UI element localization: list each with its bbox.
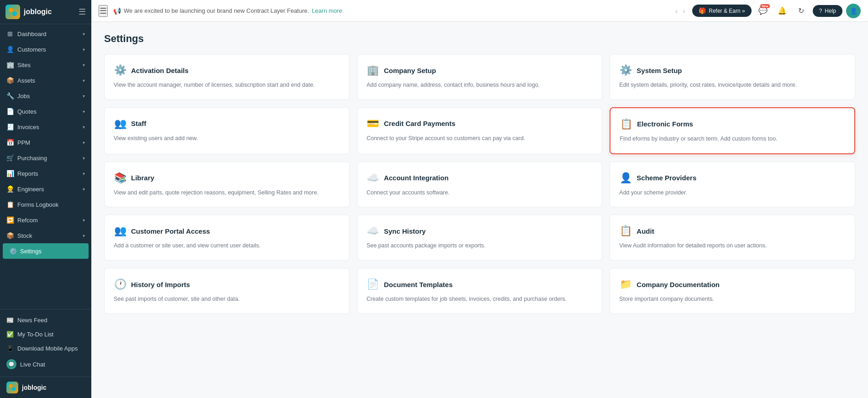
card-icon-document-templates: 📄 — [367, 278, 379, 290]
card-title-sync-history: Sync History — [384, 227, 426, 235]
bottom-icon-download-apps: 📱 — [6, 345, 14, 352]
chevron-icon: ▾ — [83, 63, 85, 68]
settings-card-sync-history[interactable]: ☁️ Sync History See past accounts packag… — [357, 215, 603, 261]
settings-card-system-setup[interactable]: ⚙️ System Setup Edit system details, pri… — [610, 54, 855, 100]
settings-card-document-templates[interactable]: 📄 Document Templates Create custom templ… — [357, 268, 603, 314]
bottom-label-download-apps: Download Mobile Apps — [17, 345, 78, 352]
announcement-icon: 📢 — [113, 7, 121, 15]
settings-card-scheme-providers[interactable]: 👤 Scheme Providers Add your scheme provi… — [610, 162, 855, 208]
nav-label-quotes: Quotes — [17, 108, 37, 115]
messages-button[interactable]: 💬 New — [755, 3, 771, 19]
chevron-icon: ▾ — [83, 109, 85, 114]
sidebar-item-reports[interactable]: 📊 Reports ▾ — [0, 166, 91, 181]
card-title-scheme-providers: Scheme Providers — [637, 174, 696, 182]
bottom-icon-news-feed: 📰 — [6, 317, 14, 324]
settings-card-account-integration[interactable]: ☁️ Account Integration Connect your acco… — [357, 162, 603, 208]
notifications-button[interactable]: 🔔 — [774, 3, 790, 19]
sidebar-item-dashboard[interactable]: ⊞ Dashboard ▾ — [0, 26, 91, 42]
nav-icon-refcom: 🔁 — [6, 216, 14, 224]
sidebar-item-stock[interactable]: 📦 Stock ▾ — [0, 228, 91, 243]
topbar: ☰ 📢 We are excited to be launching our b… — [91, 0, 868, 22]
menu-toggle-button[interactable]: ☰ — [99, 5, 108, 17]
chevron-icon: ▾ — [83, 140, 85, 145]
bottom-label-news-feed: News Feed — [17, 317, 47, 324]
settings-card-customer-portal-access[interactable]: 👥 Customer Portal Access Add a customer … — [104, 215, 350, 261]
nav-icon-jobs: 🔧 — [6, 92, 14, 100]
settings-card-company-setup[interactable]: 🏢 Company Setup Add company name, addres… — [357, 54, 603, 100]
nav-label-reports: Reports — [17, 170, 38, 177]
sidebar-item-jobs[interactable]: 🔧 Jobs ▾ — [0, 88, 91, 104]
card-desc-history-of-imports: See past imports of customer, site and o… — [114, 295, 340, 304]
chevron-icon: ▾ — [83, 78, 85, 83]
logo-text: joblogic — [24, 8, 52, 16]
sidebar-item-quotes[interactable]: 📄 Quotes ▾ — [0, 104, 91, 119]
nav-icon-purchasing: 🛒 — [6, 154, 14, 162]
new-badge: New — [760, 4, 769, 8]
settings-card-library[interactable]: 📚 Library View and edit parts, quote rej… — [104, 162, 350, 208]
card-desc-document-templates: Create custom templates for job sheets, … — [367, 295, 593, 304]
sidebar-bottom-news-feed[interactable]: 📰 News Feed — [0, 313, 91, 327]
card-desc-customer-portal-access: Add a customer or site user, and view cu… — [114, 241, 340, 250]
sidebar-item-forms-logbook[interactable]: 📋 Forms Logbook — [0, 197, 91, 212]
card-desc-activation-details: View the account manager, number of lice… — [114, 81, 340, 89]
sidebar-item-purchasing[interactable]: 🛒 Purchasing ▾ — [0, 150, 91, 166]
settings-card-staff[interactable]: 👥 Staff View existing users and add new. — [104, 107, 350, 154]
card-icon-audit: 📋 — [619, 225, 632, 237]
nav-icon-stock: 📦 — [6, 232, 14, 239]
sidebar-item-invoices[interactable]: 🧾 Invoices ▾ — [0, 119, 91, 135]
live-chat-button[interactable]: 💬 Live Chat — [0, 356, 91, 373]
bottom-label-my-todo: My To-Do List — [17, 331, 53, 338]
sidebar-item-ppm[interactable]: 📅 PPM ▾ — [0, 135, 91, 150]
nav-item-left: 📄 Quotes — [6, 108, 37, 115]
sidebar-item-customers[interactable]: 👤 Customers ▾ — [0, 42, 91, 57]
nav-icon-engineers: 👷 — [6, 185, 14, 193]
settings-card-audit[interactable]: 📋 Audit View Audit information for detai… — [610, 215, 855, 261]
bottom-logo-icon — [6, 382, 18, 393]
sidebar-item-settings[interactable]: ⚙️ Settings — [3, 243, 89, 259]
sidebar-item-assets[interactable]: 📦 Assets ▾ — [0, 73, 91, 88]
card-desc-account-integration: Connect your accounts software. — [367, 189, 593, 197]
card-header-customer-portal-access: 👥 Customer Portal Access — [114, 225, 340, 237]
settings-card-credit-card-payments[interactable]: 💳 Credit Card Payments Connect to your S… — [357, 107, 603, 154]
nav-icon-ppm: 📅 — [6, 139, 14, 146]
help-button[interactable]: ? Help — [813, 5, 842, 17]
card-desc-system-setup: Edit system details, priority, cost rate… — [619, 81, 846, 89]
forward-arrow-button[interactable]: › — [681, 6, 687, 16]
refresh-button[interactable]: ↻ — [794, 3, 809, 19]
logo-icon — [5, 5, 20, 19]
nav-item-left: 🔁 Refcom — [6, 216, 38, 224]
gift-icon: 🎁 — [699, 7, 706, 14]
card-header-audit: 📋 Audit — [619, 225, 846, 237]
card-title-company-setup: Company Setup — [384, 67, 436, 74]
hamburger-icon[interactable]: ☰ — [79, 7, 86, 17]
card-desc-staff: View existing users and add new. — [114, 134, 340, 143]
card-header-activation-details: ⚙️ Activation Details — [114, 64, 340, 76]
user-avatar[interactable]: 👤 — [846, 4, 861, 18]
nav-label-jobs: Jobs — [17, 93, 30, 100]
card-desc-electronic-forms: Find eforms by industry or search term. … — [620, 135, 845, 143]
sidebar-item-refcom[interactable]: 🔁 Refcom ▾ — [0, 212, 91, 228]
svg-point-2 — [9, 384, 13, 388]
settings-card-history-of-imports[interactable]: 🕐 History of Imports See past imports of… — [104, 268, 350, 314]
nav-icon-forms-logbook: 📋 — [6, 201, 14, 208]
settings-card-electronic-forms[interactable]: 📋 Electronic Forms Find eforms by indust… — [610, 107, 855, 154]
sidebar-item-engineers[interactable]: 👷 Engineers ▾ — [0, 181, 91, 197]
card-title-staff: Staff — [131, 120, 146, 127]
chevron-icon: ▾ — [83, 94, 85, 99]
settings-grid: ⚙️ Activation Details View the account m… — [104, 54, 855, 314]
announcement-text: We are excited to be launching our brand… — [124, 7, 309, 14]
settings-card-company-documentation[interactable]: 📁 Company Documentation Store important … — [610, 268, 855, 314]
svg-point-1 — [12, 11, 17, 16]
learn-more-link[interactable]: Learn more — [312, 7, 342, 14]
card-desc-company-setup: Add company name, address, contact info,… — [367, 81, 593, 89]
nav-label-invoices: Invoices — [17, 124, 39, 131]
card-header-history-of-imports: 🕐 History of Imports — [114, 278, 340, 290]
back-arrow-button[interactable]: ‹ — [673, 6, 679, 16]
sidebar-bottom-my-todo[interactable]: ✅ My To-Do List — [0, 327, 91, 341]
sidebar-item-sites[interactable]: 🏢 Sites ▾ — [0, 57, 91, 73]
card-icon-scheme-providers: 👤 — [619, 172, 632, 184]
sidebar-bottom-download-apps[interactable]: 📱 Download Mobile Apps — [0, 341, 91, 356]
settings-card-activation-details[interactable]: ⚙️ Activation Details View the account m… — [104, 54, 350, 100]
nav-label-assets: Assets — [17, 77, 35, 84]
refer-earn-button[interactable]: 🎁 Refer & Earn » — [692, 5, 751, 17]
